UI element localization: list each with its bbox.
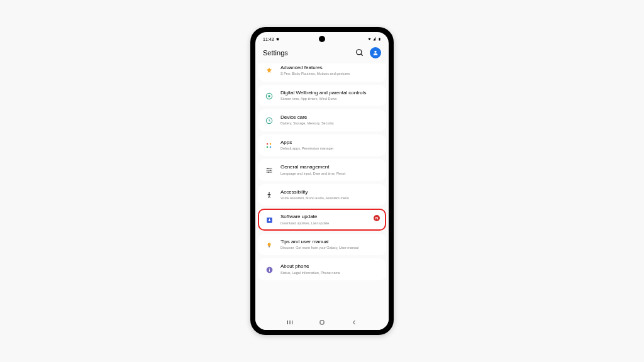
status-right xyxy=(367,37,381,41)
setting-title: Software update xyxy=(280,214,367,220)
svg-rect-13 xyxy=(267,168,272,169)
setting-subtitle: Default apps, Permission manager xyxy=(280,146,380,151)
svg-point-12 xyxy=(270,146,272,148)
setting-title: General management xyxy=(280,164,380,170)
phone-frame: 11:43 Settings xyxy=(250,27,394,335)
item-software-update[interactable]: Software update Download updates, Last u… xyxy=(258,209,386,231)
account-avatar[interactable] xyxy=(370,47,381,58)
svg-point-18 xyxy=(268,172,269,173)
svg-rect-1 xyxy=(379,38,380,40)
svg-point-11 xyxy=(267,146,269,148)
svg-point-19 xyxy=(269,192,270,194)
item-tips-manual[interactable]: Tips and user manual Discover, Get more … xyxy=(258,234,386,256)
accessibility-icon xyxy=(264,190,274,200)
apps-icon xyxy=(264,141,274,151)
setting-subtitle: Voice Assistant, Mono audio, Assistant m… xyxy=(280,196,380,200)
setting-title: Digital Wellbeing and parental controls xyxy=(280,90,380,96)
settings-list: Advanced features S Pen, Bixby Routines,… xyxy=(255,62,389,319)
nav-back[interactable] xyxy=(350,318,358,327)
svg-rect-29 xyxy=(320,321,324,324)
setting-subtitle: Screen time, App timers, Wind Down xyxy=(280,97,380,101)
svg-line-4 xyxy=(361,54,363,56)
setting-content: Apps Default apps, Permission manager xyxy=(280,140,380,151)
svg-rect-24 xyxy=(269,269,269,272)
digital-wellbeing-icon xyxy=(264,91,274,101)
svg-point-5 xyxy=(374,51,376,53)
battery-icon xyxy=(378,37,381,41)
setting-subtitle: S Pen, Bixby Routines, Motions and gestu… xyxy=(280,72,380,76)
setting-content: Tips and user manual Discover, Get more … xyxy=(280,239,380,251)
setting-content: Accessibility Voice Assistant, Mono audi… xyxy=(280,189,380,201)
update-badge: N xyxy=(374,215,380,221)
status-time: 11:43 xyxy=(263,37,274,41)
item-digital-wellbeing[interactable]: Digital Wellbeing and parental controls … xyxy=(258,85,386,107)
signal-icon xyxy=(373,37,377,41)
navigation-bar xyxy=(255,315,389,330)
device-care-icon xyxy=(264,116,274,126)
svg-point-17 xyxy=(270,170,271,171)
setting-content: Advanced features S Pen, Bixby Routines,… xyxy=(280,65,380,77)
nav-recents[interactable] xyxy=(286,318,294,327)
setting-content: Device care Battery, Storage, Memory, Se… xyxy=(280,114,380,126)
setting-subtitle: Download updates, Last update xyxy=(280,221,367,226)
status-left: 11:43 xyxy=(263,37,279,41)
setting-content: Digital Wellbeing and parental controls … xyxy=(280,90,380,102)
item-about-phone[interactable]: About phone Status, Legal information, P… xyxy=(258,258,386,280)
item-general-management[interactable]: General management Language and input, D… xyxy=(258,159,386,181)
about-phone-icon xyxy=(264,265,274,275)
item-advanced-features[interactable]: Advanced features S Pen, Bixby Routines,… xyxy=(258,63,386,82)
tips-icon xyxy=(264,240,274,250)
setting-title: About phone xyxy=(280,263,380,270)
setting-content: Software update Download updates, Last u… xyxy=(280,214,367,226)
setting-subtitle: Battery, Storage, Memory, Security xyxy=(280,121,380,126)
svg-point-9 xyxy=(267,143,269,145)
svg-rect-0 xyxy=(276,38,278,40)
setting-content: About phone Status, Legal information, P… xyxy=(280,263,380,275)
search-icon xyxy=(355,48,364,57)
svg-rect-14 xyxy=(267,170,272,171)
status-notification-icon xyxy=(276,38,279,41)
item-device-care[interactable]: Device care Battery, Storage, Memory, Se… xyxy=(258,109,386,131)
camera-punch xyxy=(319,36,325,42)
advanced-features-icon xyxy=(264,66,274,76)
general-management-icon xyxy=(264,165,274,175)
person-icon xyxy=(372,50,379,56)
svg-point-3 xyxy=(357,50,362,55)
setting-subtitle: Discover, Get more from your Galaxy, Use… xyxy=(280,246,380,250)
svg-point-7 xyxy=(269,95,270,96)
setting-subtitle: Language and input, Date and time, Reset xyxy=(280,172,380,176)
settings-header: Settings xyxy=(255,43,389,62)
svg-point-25 xyxy=(269,268,269,268)
wifi-icon xyxy=(367,37,372,41)
screen: 11:43 Settings xyxy=(255,32,389,330)
setting-title: Tips and user manual xyxy=(280,239,380,245)
search-button[interactable] xyxy=(355,48,365,58)
setting-title: Apps xyxy=(280,140,380,146)
item-accessibility[interactable]: Accessibility Voice Assistant, Mono audi… xyxy=(258,184,386,206)
svg-rect-22 xyxy=(269,246,270,247)
setting-subtitle: Status, Legal information, Phone name xyxy=(280,271,380,275)
svg-point-10 xyxy=(270,143,272,145)
svg-point-21 xyxy=(268,243,271,246)
software-update-icon xyxy=(264,215,274,225)
item-apps[interactable]: Apps Default apps, Permission manager xyxy=(258,134,386,156)
svg-rect-2 xyxy=(379,38,380,38)
setting-content: General management Language and input, D… xyxy=(280,164,380,176)
setting-title: Device care xyxy=(280,114,380,121)
setting-title: Advanced features xyxy=(280,65,380,71)
setting-title: Accessibility xyxy=(280,189,380,195)
nav-home[interactable] xyxy=(318,318,326,327)
page-title: Settings xyxy=(263,49,350,57)
svg-point-16 xyxy=(267,168,269,169)
